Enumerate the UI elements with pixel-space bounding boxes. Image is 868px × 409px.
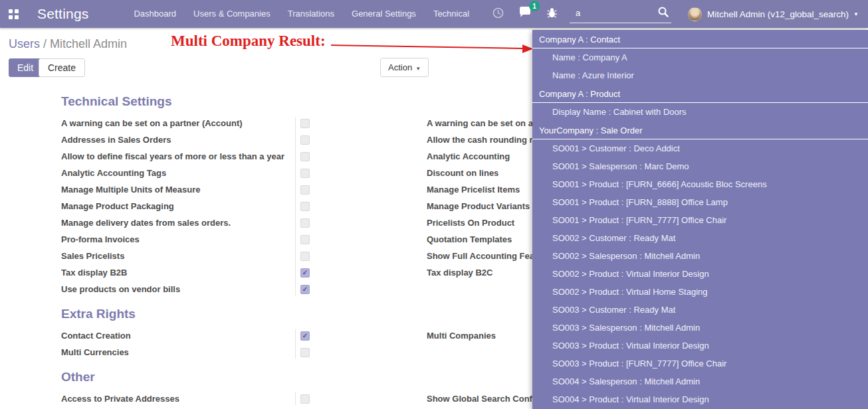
search-results-dropdown: Company A : ContactName : Company AName … xyxy=(532,30,868,409)
setting-checkbox-use-products-on-vendor-bills[interactable]: ✓ xyxy=(300,285,310,294)
dropdown-result-so001-product-furn-7777-office-chair[interactable]: SO001 > Product : [FURN_7777] Office Cha… xyxy=(532,211,868,229)
setting-checkbox-pro-forma-invoices[interactable] xyxy=(300,235,310,244)
dropdown-result-name-azure-interior[interactable]: Name : Azure Interior xyxy=(532,66,868,84)
setting-checkbox-contact-creation[interactable]: ✓ xyxy=(300,331,310,341)
setting-label-manage-delivery-dates-from-sales-orders: Manage delivery dates from sales orders. xyxy=(61,218,295,228)
dropdown-result-so001-product-furn-6666-acoustic-bloc-sc[interactable]: SO001 > Product : [FURN_6666] Acoustic B… xyxy=(532,175,868,193)
dropdown-result-so001-salesperson-marc-demo[interactable]: SO001 > Salesperson : Marc Demo xyxy=(532,157,868,175)
dropdown-group-yourcompany-sale-order[interactable]: YourCompany : Sale Order xyxy=(532,121,868,139)
annotation-text: Multi Company Result: xyxy=(171,33,326,50)
dropdown-result-so003-salesperson-mitchell-admin[interactable]: SO003 > Salesperson : Mitchell Admin xyxy=(532,319,868,337)
apps-menu-icon[interactable] xyxy=(9,9,19,19)
user-menu[interactable]: Mitchell Admin (v12_global_search) ▼ xyxy=(688,7,859,21)
breadcrumb: Users / Mitchell Admin xyxy=(9,37,127,51)
checkbox-cell xyxy=(295,394,427,404)
main-menu: DashboardUsers & CompaniesTranslationsGe… xyxy=(125,0,478,28)
dropdown-result-so002-salesperson-mitchell-admin[interactable]: SO002 > Salesperson : Mitchell Admin xyxy=(532,247,868,265)
setting-checkbox-multi-currencies[interactable] xyxy=(300,348,310,357)
activities-button[interactable] xyxy=(485,7,511,21)
setting-label-manage-multiple-units-of-measure: Manage Multiple Units of Measure xyxy=(61,185,295,195)
clock-icon xyxy=(492,7,504,21)
edit-button[interactable]: Edit xyxy=(9,58,42,77)
settings-page: Settings DashboardUsers & CompaniesTrans… xyxy=(0,0,868,409)
dropdown-result-so002-product-virtual-interior-design[interactable]: SO002 > Product : Virtual Interior Desig… xyxy=(532,265,868,283)
breadcrumb-separator: / xyxy=(40,37,50,50)
column-divider xyxy=(295,117,296,295)
menu-item-technical[interactable]: Technical xyxy=(425,0,478,28)
global-search-input[interactable] xyxy=(570,5,671,23)
global-search xyxy=(570,5,671,23)
checkbox-cell xyxy=(295,348,427,357)
checkbox-cell: ✓ xyxy=(295,285,427,294)
setting-checkbox-sales-pricelists[interactable] xyxy=(300,252,310,261)
dropdown-result-name-company-a[interactable]: Name : Company A xyxy=(532,48,868,66)
chevron-down-icon: ▼ xyxy=(415,66,421,72)
checkbox-cell xyxy=(295,169,427,178)
menu-item-dashboard[interactable]: Dashboard xyxy=(125,0,185,28)
dropdown-group-company-a-contact[interactable]: Company A : Contact xyxy=(532,30,868,48)
action-dropdown-button[interactable]: Action▼ xyxy=(380,58,429,77)
setting-label-pro-forma-invoices: Pro-forma Invoices xyxy=(61,234,295,244)
bug-icon xyxy=(546,7,558,21)
menu-item-translations[interactable]: Translations xyxy=(279,0,343,28)
checkbox-cell xyxy=(295,135,427,145)
dropdown-result-so003-customer-ready-mat[interactable]: SO003 > Customer : Ready Mat xyxy=(532,301,868,319)
setting-checkbox-manage-multiple-units-of-measure[interactable] xyxy=(300,185,310,195)
column-divider xyxy=(295,329,296,359)
setting-checkbox-addresses-in-sales-orders[interactable] xyxy=(300,135,310,145)
annotation-arrow xyxy=(326,38,536,55)
setting-label-access-to-private-addresses: Access to Private Addresses xyxy=(61,394,295,404)
dropdown-result-so003-product-furn-7777-office-chair[interactable]: SO003 > Product : [FURN_7777] Office Cha… xyxy=(532,355,868,372)
dropdown-result-so004-salesperson-mitchell-admin[interactable]: SO004 > Salesperson : Mitchell Admin xyxy=(532,372,868,390)
navbar-systray: 1 xyxy=(485,7,565,21)
chevron-down-icon: ▼ xyxy=(853,11,859,17)
user-avatar xyxy=(688,7,702,21)
create-button[interactable]: Create xyxy=(39,58,85,77)
checkbox-cell: ✓ xyxy=(295,268,427,278)
setting-label-a-warning-can-be-set-on-a-partner-accoun: A warning can be set on a partner (Accou… xyxy=(61,118,295,128)
checkbox-cell xyxy=(295,235,427,244)
setting-checkbox-tax-display-b2b[interactable]: ✓ xyxy=(300,268,310,278)
dropdown-group-company-a-product[interactable]: Company A : Product xyxy=(532,84,868,103)
setting-label-use-products-on-vendor-bills: Use products on vendor bills xyxy=(61,284,295,294)
setting-checkbox-a-warning-can-be-set-on-a-partner-accoun[interactable] xyxy=(300,119,310,128)
checkbox-cell: ✓ xyxy=(295,331,427,341)
top-navbar: Settings DashboardUsers & CompaniesTrans… xyxy=(0,0,868,28)
checkbox-cell xyxy=(295,218,427,228)
setting-label-sales-pricelists: Sales Pricelists xyxy=(61,251,295,261)
setting-label-allow-to-define-fiscal-years-of-more-or-: Allow to define fiscal years of more or … xyxy=(61,151,295,161)
setting-checkbox-manage-delivery-dates-from-sales-orders[interactable] xyxy=(300,218,310,228)
user-name: Mitchell Admin (v12_global_search) xyxy=(707,9,849,19)
setting-label-multi-currencies: Multi Currencies xyxy=(61,347,295,357)
breadcrumb-users-link[interactable]: Users xyxy=(9,37,40,50)
setting-label-manage-product-packaging: Manage Product Packaging xyxy=(61,201,295,211)
checkbox-cell xyxy=(295,252,427,261)
setting-label-analytic-accounting-tags: Analytic Accounting Tags xyxy=(61,168,295,178)
setting-checkbox-allow-to-define-fiscal-years-of-more-or-[interactable] xyxy=(300,152,310,161)
breadcrumb-current: Mitchell Admin xyxy=(50,37,127,50)
checkbox-cell xyxy=(295,119,427,128)
menu-item-users-companies[interactable]: Users & Companies xyxy=(185,0,279,28)
dropdown-result-so004-product-virtual-interior-design[interactable]: SO004 > Product : Virtual Interior Desig… xyxy=(532,390,868,408)
setting-checkbox-access-to-private-addresses[interactable] xyxy=(300,394,310,404)
message-count-badge: 1 xyxy=(529,1,540,11)
checkbox-cell xyxy=(295,152,427,161)
dropdown-result-so002-customer-ready-mat[interactable]: SO002 > Customer : Ready Mat xyxy=(532,229,868,247)
column-divider xyxy=(295,392,296,405)
checkbox-cell xyxy=(295,202,427,211)
setting-label-addresses-in-sales-orders: Addresses in Sales Orders xyxy=(61,135,295,145)
dropdown-result-so003-product-virtual-interior-design[interactable]: SO003 > Product : Virtual Interior Desig… xyxy=(532,337,868,355)
setting-checkbox-analytic-accounting-tags[interactable] xyxy=(300,169,310,178)
app-title[interactable]: Settings xyxy=(37,6,88,22)
setting-label-contact-creation: Contact Creation xyxy=(61,331,295,341)
dropdown-result-so002-product-virtual-home-staging[interactable]: SO002 > Product : Virtual Home Staging xyxy=(532,283,868,301)
messages-button[interactable]: 1 xyxy=(511,7,539,21)
dropdown-result-display-name-cabinet-with-doors[interactable]: Display Name : Cabinet with Doors xyxy=(532,103,868,121)
dropdown-result-so001-customer-deco-addict[interactable]: SO001 > Customer : Deco Addict xyxy=(532,139,868,157)
setting-checkbox-manage-product-packaging[interactable] xyxy=(300,202,310,211)
checkbox-cell xyxy=(295,185,427,195)
debug-button[interactable] xyxy=(539,7,565,21)
dropdown-result-so001-product-furn-8888-office-lamp[interactable]: SO001 > Product : [FURN_8888] Office Lam… xyxy=(532,193,868,211)
setting-label-tax-display-b2b: Tax display B2B xyxy=(61,268,295,278)
menu-item-general-settings[interactable]: General Settings xyxy=(343,0,425,28)
